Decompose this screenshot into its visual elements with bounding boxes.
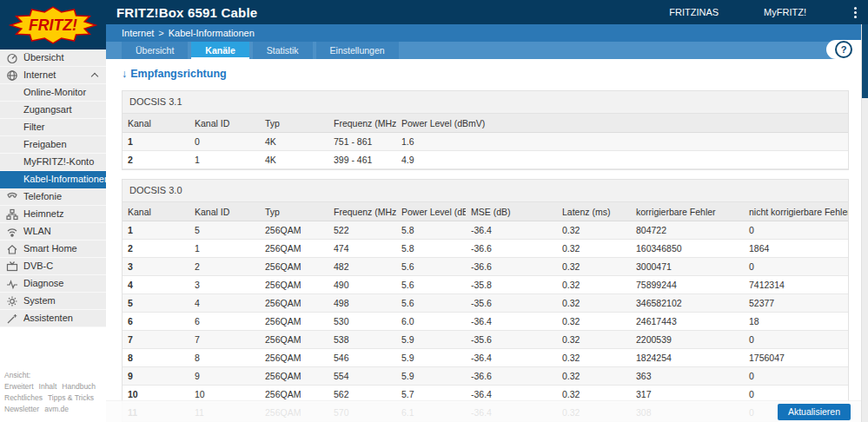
view-mode-link[interactable]: Ansicht: Erweitert	[4, 371, 34, 391]
table-cell: 8	[123, 349, 189, 367]
table-cell: -36.4	[466, 349, 557, 367]
rechtliches-link[interactable]: Rechtliches	[4, 393, 43, 402]
tipps-tricks-link[interactable]: Tipps & Tricks	[48, 393, 94, 402]
help-icon[interactable]: ?	[835, 41, 852, 58]
table-row: 15256QAM5225.8-36.40.328047220	[123, 221, 848, 240]
table-cell: 0	[189, 133, 260, 151]
table-cell: 6	[189, 313, 260, 331]
sidebar-item-label: Zugangsart	[23, 104, 72, 115]
fritz-logo-star-icon: FRITZ!	[8, 5, 98, 45]
sidebar-item-zugangsart[interactable]: Zugangsart	[0, 102, 106, 119]
sidebar-item-heimnetz[interactable]: Heimnetz	[0, 206, 106, 223]
table-cell: 2200539	[631, 331, 744, 349]
table-cell: 256QAM	[260, 258, 328, 276]
sidebar-item-dvb-c[interactable]: DVB-C	[0, 258, 106, 275]
table-cell: 0.32	[557, 294, 631, 313]
breadcrumb: Internet>Kabel-Informationen	[122, 28, 255, 38]
column-header: MSE (dB)	[466, 202, 557, 221]
sidebar-item-label: Diagnose	[23, 278, 63, 288]
sidebar-item-telefonie[interactable]: Telefonie	[0, 188, 106, 206]
table-cell: 5.9	[396, 349, 466, 367]
tab-uebersicht[interactable]: Übersicht	[122, 42, 188, 59]
sidebar-item-uebersicht[interactable]: Übersicht	[0, 49, 106, 67]
tab-einstellungen[interactable]: Einstellungen	[316, 42, 399, 59]
table-cell: 8	[189, 349, 260, 367]
table-cell: 6.0	[396, 313, 466, 331]
table-cell: 9	[189, 367, 260, 386]
table-cell: 4	[123, 276, 189, 294]
avm-de-link[interactable]: avm.de	[44, 405, 69, 413]
breadcrumb-separator: >	[158, 28, 163, 38]
table-cell: -36.6	[466, 240, 557, 258]
myfritz-link[interactable]: MyFRITZ!	[764, 7, 806, 17]
sidebar-item-filter[interactable]: Filter	[0, 119, 106, 136]
newsletter-link[interactable]: Newsletter	[4, 405, 39, 413]
table-cell: 256QAM	[260, 349, 328, 367]
fritznas-link[interactable]: FRITZINAS	[669, 7, 719, 17]
table-cell: 0.32	[557, 349, 631, 367]
table-cell: 5.9	[396, 367, 466, 386]
table-cell: -35.8	[466, 276, 557, 294]
table-cell: 538	[328, 331, 396, 349]
handbuch-link[interactable]: Handbuch	[62, 382, 96, 391]
table-cell: 7412314	[744, 276, 848, 294]
table-cell: 7	[123, 331, 189, 349]
sidebar-item-smart-home[interactable]: Smart Home	[0, 241, 106, 258]
refresh-button[interactable]: Aktualisieren	[778, 404, 851, 420]
sidebar-item-label: Heimnetz	[23, 208, 63, 219]
sidebar-item-label: Telefonie	[23, 191, 62, 201]
table-row: 104K751 - 8611.6	[123, 133, 848, 151]
table-cell: 4K	[260, 133, 328, 151]
table-row: 32256QAM4825.6-36.60.3230004710	[123, 258, 848, 276]
tab-statistik[interactable]: Statistik	[253, 42, 313, 59]
scrollbar[interactable]	[861, 24, 868, 422]
sidebar-item-system[interactable]: System	[0, 293, 106, 310]
table-row: 88256QAM5465.9-36.40.3218242541756047	[123, 349, 848, 367]
sidebar-item-label: Smart Home	[23, 243, 77, 254]
sidebar-item-freigaben[interactable]: Freigaben	[0, 136, 106, 154]
table-cell: 5.6	[396, 294, 466, 313]
table-cell: 0.32	[557, 331, 631, 349]
table-cell: 2	[123, 240, 189, 258]
column-header: Kanal	[123, 202, 189, 221]
table-cell: 1.6	[396, 133, 848, 151]
wifi-icon	[6, 226, 18, 238]
table-row: 66256QAM5306.0-36.40.322461744318	[123, 313, 848, 331]
table-header-row: KanalKanal IDTypFrequenz (MHz)Power Leve…	[123, 114, 848, 133]
sidebar-item-label: Kabel-Informationen	[23, 174, 106, 184]
sidebar-item-internet[interactable]: Internet	[0, 67, 106, 84]
breadcrumb-section[interactable]: Internet	[122, 28, 154, 38]
scrollbar-thumb[interactable]	[862, 24, 868, 98]
table-cell: 1864	[744, 240, 848, 258]
table-cell: -35.6	[466, 331, 557, 349]
column-header: nicht korrigierbare Fehler	[744, 202, 848, 221]
sidebar-item-label: MyFRITZ!-Konto	[23, 156, 94, 167]
table-cell: 0.32	[557, 258, 631, 276]
table-cell: 346582102	[631, 294, 744, 313]
column-header: Frequenz (MHz)	[328, 114, 396, 133]
inhalt-link[interactable]: Inhalt	[39, 382, 57, 391]
sidebar-item-diagnose[interactable]: Diagnose	[0, 275, 106, 293]
table-row: 43256QAM4905.6-35.80.32758992447412314	[123, 276, 848, 294]
table-cell: 7	[189, 331, 260, 349]
phone-icon	[6, 191, 18, 203]
column-header: korrigierbare Fehler	[631, 202, 744, 221]
table-cell: 5.6	[396, 258, 466, 276]
column-header: Typ	[260, 114, 328, 133]
section-title: Empfangsrichtung	[130, 68, 226, 80]
sidebar-item-myfritz-konto[interactable]: MyFRITZ!-Konto	[0, 154, 106, 171]
kebab-menu-icon[interactable]	[851, 4, 859, 21]
sidebar-item-wlan[interactable]: WLAN	[0, 223, 106, 241]
pulse-icon	[6, 278, 18, 290]
sidebar-item-kabel-informationen[interactable]: Kabel-Informationen	[0, 171, 106, 188]
sidebar-footer: Ansicht: ErweitertInhaltHandbuch Rechtli…	[4, 370, 104, 415]
table-cell: 0	[744, 331, 848, 349]
tab-kanaele[interactable]: Kanäle	[191, 42, 248, 59]
table-cell: 2	[189, 258, 260, 276]
table-cell: 0.32	[557, 240, 631, 258]
table-cell: 256QAM	[260, 331, 328, 349]
sidebar-item-online-monitor[interactable]: Online-Monitor	[0, 84, 106, 102]
sidebar-item-label: DVB-C	[23, 260, 53, 271]
fritz-logo[interactable]: FRITZ!	[0, 0, 106, 49]
sidebar-item-assistenten[interactable]: Assistenten	[0, 310, 106, 327]
